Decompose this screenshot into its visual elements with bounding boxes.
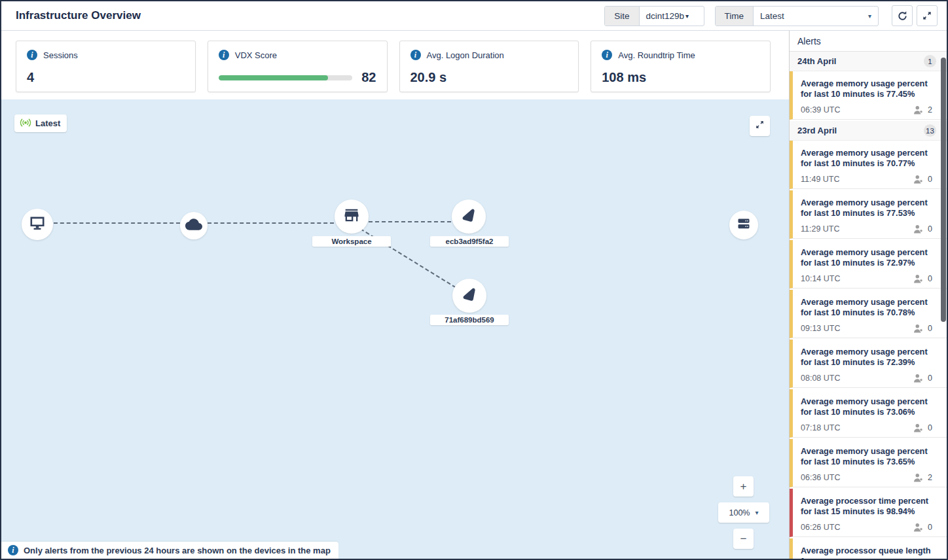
node-label-workspace[interactable]: Workspace xyxy=(312,236,391,247)
alert-text: Average memory usage percent for last 10… xyxy=(801,198,939,219)
user-icon xyxy=(913,274,924,283)
alert-text: Average processor queue length for xyxy=(801,546,939,559)
alert-card[interactable]: Average memory usage percent for last 10… xyxy=(790,240,947,289)
alert-date-group-header: 23rd April 13 xyxy=(790,121,947,141)
main-column: i Sessions 4 i VDX Score 82 xyxy=(1,31,789,559)
node-label-vda1[interactable]: ecb3ad9f5fa2 xyxy=(430,236,509,247)
affected-sessions: 0 xyxy=(913,374,939,383)
alert-card[interactable]: Average processor queue length for xyxy=(790,538,947,559)
map-fullscreen-button[interactable] xyxy=(750,116,770,136)
user-icon xyxy=(913,175,924,184)
alert-group-count-badge: 1 xyxy=(924,55,936,67)
server-stack-icon xyxy=(736,216,752,234)
site-label: Site xyxy=(605,7,639,26)
zoom-in-button[interactable]: + xyxy=(733,476,754,497)
alert-card[interactable]: Average memory usage percent for last 10… xyxy=(790,290,947,338)
latest-badge-label: Latest xyxy=(35,118,60,128)
info-icon[interactable]: i xyxy=(410,50,421,60)
kpi-label: VDX Score xyxy=(235,50,277,60)
alert-text: Average memory usage percent for last 10… xyxy=(801,247,939,268)
alert-text: Average memory usage percent for last 10… xyxy=(801,446,939,467)
alert-time: 11:29 UTC xyxy=(801,224,913,234)
zoom-out-button[interactable]: − xyxy=(733,529,754,549)
alert-session-count: 2 xyxy=(928,105,932,114)
kpi-value: 82 xyxy=(361,70,376,85)
kpi-value: 108 ms xyxy=(602,70,759,85)
alert-text: Average memory usage percent for last 10… xyxy=(801,79,939,99)
map-footnote: i Only alerts from the previous 24 hours… xyxy=(1,542,338,559)
affected-sessions: 0 xyxy=(913,523,939,532)
latest-mode-badge[interactable]: Latest xyxy=(14,114,67,132)
kpi-value: 20.9 s xyxy=(410,70,568,85)
zoom-level-dropdown[interactable]: 100%▾ xyxy=(718,502,769,523)
alert-text: Average memory usage percent for last 10… xyxy=(801,396,939,417)
alert-time: 11:49 UTC xyxy=(801,175,913,184)
time-selector[interactable]: Time Latest▾ xyxy=(715,6,879,26)
content-area: i Sessions 4 i VDX Score 82 xyxy=(1,31,947,559)
fullscreen-button[interactable] xyxy=(917,5,938,26)
kpi-card-logon-duration: i Avg. Logon Duration 20.9 s xyxy=(399,41,579,92)
connector-client-cloud xyxy=(54,222,180,224)
alerts-list[interactable]: 24th April 1 Average memory usage percen… xyxy=(790,52,947,559)
cloud-icon xyxy=(185,216,202,236)
info-icon[interactable]: i xyxy=(602,50,612,60)
alerts-panel-title: Alerts xyxy=(790,31,947,52)
affected-sessions: 0 xyxy=(913,274,939,283)
alert-card[interactable]: Average memory usage percent for last 10… xyxy=(790,389,947,438)
site-selector[interactable]: Site dcint129b▾ xyxy=(604,6,704,26)
alert-card[interactable]: Average memory usage percent for last 10… xyxy=(790,141,947,189)
connector-cloud-workspace xyxy=(208,222,334,224)
alert-time: 08:08 UTC xyxy=(801,374,913,383)
site-dropdown[interactable]: dcint129b▾ xyxy=(640,7,704,26)
affected-sessions: 2 xyxy=(913,473,939,482)
affected-sessions: 0 xyxy=(913,324,939,333)
kpi-label: Avg. Roundtrip Time xyxy=(618,50,695,60)
alert-card[interactable]: Average processor time percent for last … xyxy=(790,489,947,537)
alert-card[interactable]: Average memory usage percent for last 10… xyxy=(790,340,947,388)
kpi-card-vdx-score: i VDX Score 82 xyxy=(208,41,388,92)
affected-sessions: 0 xyxy=(913,224,939,234)
alert-session-count: 0 xyxy=(928,374,932,383)
node-label-vda2[interactable]: 71af689bd569 xyxy=(430,315,509,325)
alert-time: 09:13 UTC xyxy=(801,324,913,333)
time-dropdown[interactable]: Latest▾ xyxy=(754,7,878,26)
alert-card[interactable]: Average memory usage percent for last 10… xyxy=(790,71,947,120)
alert-session-count: 0 xyxy=(928,175,932,184)
node-vda2[interactable] xyxy=(452,279,486,313)
kpi-row: i Sessions 4 i VDX Score 82 xyxy=(1,31,789,99)
live-signal-icon xyxy=(20,118,31,129)
affected-sessions: 2 xyxy=(913,105,939,114)
alert-group-count-badge: 13 xyxy=(924,124,936,137)
alert-card[interactable]: Average memory usage percent for last 10… xyxy=(790,439,947,487)
info-icon[interactable]: i xyxy=(219,50,229,60)
topology-map[interactable]: Latest xyxy=(1,99,789,559)
top-bar: Infrastructure Overview Site dcint129b▾ … xyxy=(1,1,947,31)
alerts-scrollbar-thumb[interactable] xyxy=(941,58,946,322)
alert-session-count: 0 xyxy=(928,423,932,432)
node-client-device[interactable] xyxy=(22,209,53,240)
alert-group-date: 23rd April xyxy=(797,126,924,135)
vdx-progress-track xyxy=(219,75,353,80)
kpi-card-roundtrip-time: i Avg. Roundtrip Time 108 ms xyxy=(591,41,771,92)
kpi-label: Avg. Logon Duration xyxy=(427,50,504,60)
time-value: Latest xyxy=(760,11,784,21)
alert-date-group-header: 24th April 1 xyxy=(790,52,947,71)
node-workspace[interactable] xyxy=(335,200,369,234)
delivery-node-icon xyxy=(461,286,479,306)
refresh-button[interactable] xyxy=(892,5,913,26)
alert-group-date: 24th April xyxy=(797,56,924,66)
user-icon xyxy=(913,224,924,234)
alert-time: 10:14 UTC xyxy=(801,274,913,283)
node-server[interactable] xyxy=(729,211,758,239)
time-label: Time xyxy=(716,7,754,26)
node-cloud-gateway[interactable] xyxy=(180,212,208,239)
affected-sessions: 0 xyxy=(913,423,939,432)
user-icon xyxy=(913,423,924,432)
chevron-down-icon: ▾ xyxy=(755,509,758,516)
user-icon xyxy=(913,473,924,482)
info-icon[interactable]: i xyxy=(27,50,37,60)
alert-card[interactable]: Average memory usage percent for last 10… xyxy=(790,190,947,239)
node-vda1[interactable] xyxy=(452,200,486,234)
user-icon xyxy=(913,374,924,383)
alert-session-count: 0 xyxy=(928,224,932,234)
